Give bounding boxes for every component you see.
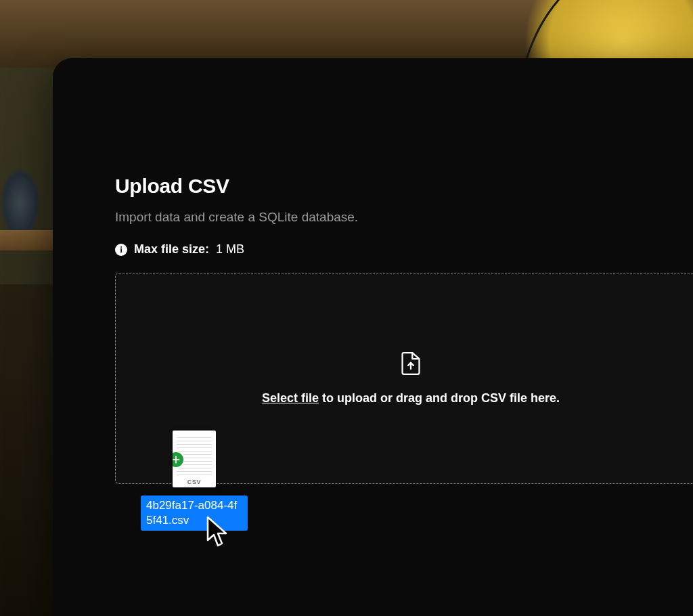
- file-size-limit: i Max file size: 1 MB: [115, 242, 693, 257]
- limit-value: 1 MB: [216, 242, 244, 257]
- info-icon: i: [115, 244, 127, 256]
- file-upload-icon: [401, 352, 420, 378]
- dropzone-text: Select file to upload or drag and drop C…: [262, 391, 560, 405]
- dropzone-rest-text: to upload or drag and drop CSV file here…: [319, 391, 560, 405]
- modal-subtitle: Import data and create a SQLite database…: [115, 210, 693, 225]
- file-dropzone[interactable]: Select file to upload or drag and drop C…: [115, 273, 693, 484]
- modal-title: Upload CSV: [115, 175, 693, 198]
- upload-modal: Upload CSV Import data and create a SQLi…: [53, 58, 693, 616]
- limit-label: Max file size:: [134, 242, 209, 257]
- select-file-link[interactable]: Select file: [262, 391, 319, 405]
